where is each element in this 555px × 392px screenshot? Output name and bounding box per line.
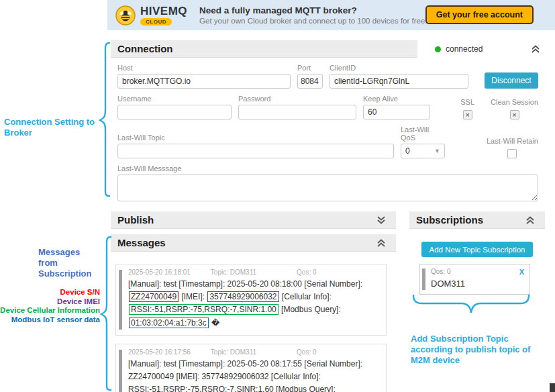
annotation-connection-setting: Connection Setting to Broker: [4, 117, 105, 138]
last-will-retain-checkbox[interactable]: [507, 149, 517, 158]
brand-name: HIVEMQ: [140, 5, 187, 17]
message-topic: Topic: DOM311: [211, 348, 256, 356]
connection-title: Connection: [117, 43, 173, 54]
message-header: 2025-05-20 16:18:01 Topic: DOM311 Qos: 0: [128, 268, 381, 276]
messages-list: 2025-05-20 16:18:01 Topic: DOM311 Qos: 0…: [111, 256, 396, 392]
last-will-message-label: Last-Will Messsage: [117, 164, 538, 173]
clientid-input[interactable]: [330, 74, 468, 89]
annotation-device-imei: Device IMEI: [0, 297, 100, 306]
password-input[interactable]: [238, 105, 356, 119]
subscriptions-title: Subscriptions: [416, 214, 483, 226]
subscription-item-header: Qos: 0 X: [431, 268, 524, 276]
banner-text: Need a fully managed MQTT broker? Get yo…: [199, 5, 427, 25]
keep-alive-input[interactable]: [363, 105, 430, 119]
serial-number-highlight: ZZ24700049: [129, 291, 179, 302]
clean-session-checkbox-mark: ×: [512, 111, 516, 119]
last-will-topic-label: Last-Will Topic: [117, 134, 394, 142]
clean-session-checkbox[interactable]: ×: [510, 110, 519, 119]
connected-status-label: connected: [446, 44, 483, 54]
disconnect-button[interactable]: Disconnect: [485, 72, 538, 89]
connection-annotation-brace: [98, 42, 111, 197]
subscription-accent-bar: [422, 268, 425, 290]
payload-text: [IMEI]:: [179, 292, 207, 301]
payload-text: �: [209, 318, 220, 328]
subscriptions-panel: Add New Topic Subscription Qos: 0 X DOM3…: [409, 229, 545, 295]
clean-session-label: Clean Session: [491, 98, 538, 106]
cellular-info-highlight: RSSI:-51,RSRP:-75,RSRQ:-7,SINR:1.00: [129, 304, 279, 315]
message-timestamp: 2025-05-20 16:17:56: [128, 348, 191, 356]
message-header: 2025-05-20 16:17:56 Topic: DOM311 Qos: 0: [128, 348, 381, 356]
username-label: Username: [117, 95, 232, 103]
last-will-qos-value: 0: [405, 146, 410, 156]
clientid-label: ClientID: [330, 64, 468, 72]
hivemq-banner: HIVEMQ CLOUD Need a fully managed MQTT b…: [107, 0, 555, 30]
annotation-add-subscription-topic: Add Subscription Topic according to publ…: [411, 334, 552, 366]
message-accent-bar: [119, 350, 122, 392]
message-payload: [Manual]: test [Timestamp]: 2025-05-20 0…: [128, 278, 381, 330]
imei-highlight: 357748929006032: [207, 291, 279, 302]
connection-row-1: Host Port ClientID Disconnect: [117, 64, 538, 89]
last-will-retain-label: Last-Will Retain: [487, 137, 538, 145]
host-label: Host: [117, 64, 291, 72]
modbus-query-highlight: 01:03:02:04:a1:7b:3c: [129, 317, 209, 328]
messages-annotation-brace: [99, 236, 113, 391]
messages-header: Messages: [111, 234, 396, 252]
payload-text: [Cellular Info]:: [280, 292, 332, 301]
add-subscription-button[interactable]: Add New Topic Subscription: [421, 242, 533, 257]
clean-session-group: Clean Session ×: [491, 98, 538, 119]
connection-panel: Connection connected Host Port ClientID: [111, 40, 545, 201]
subscription-qos: Qos: 0: [431, 268, 450, 276]
messages-collapse-icon[interactable]: [376, 238, 387, 248]
brand-sub-badge: CLOUD: [140, 18, 172, 26]
payload-text: [Manual]: test [Timestamp]: 2025-05-20 0…: [128, 279, 362, 289]
last-will-qos-label: Last-Will QoS: [401, 126, 445, 142]
ssl-checkbox-mark: ×: [465, 111, 469, 119]
subscriptions-header: Subscriptions: [409, 211, 545, 229]
banner-headline: Need a fully managed MQTT broker?: [199, 5, 427, 15]
last-will-retain-group: Last-Will Retain: [487, 137, 538, 158]
subscriptions-annotation-brace: [411, 294, 532, 317]
screen: HIVEMQ CLOUD Need a fully managed MQTT b…: [0, 0, 555, 392]
ssl-checkbox[interactable]: ×: [463, 110, 472, 119]
connection-status: connected: [417, 40, 545, 58]
last-will-qos-select[interactable]: 0 ▼: [401, 144, 445, 158]
hivemq-logo: HIVEMQ CLOUD: [115, 5, 187, 26]
message-card: 2025-05-20 16:18:01 Topic: DOM311 Qos: 0…: [115, 264, 387, 336]
host-input[interactable]: [117, 74, 291, 89]
annotation-modbus-data: Modbus IoT sensor data: [0, 315, 100, 324]
message-payload: [Manual]: test [Timestamp]: 2025-05-20 0…: [128, 358, 381, 392]
message-qos: Qos: 0: [297, 268, 316, 276]
last-will-topic-input[interactable]: [117, 144, 394, 158]
publish-expand-icon[interactable]: [376, 215, 387, 225]
messages-title: Messages: [117, 237, 166, 248]
connection-row-3: Last-Will Topic Last-Will QoS 0 ▼ Last-W…: [117, 126, 538, 158]
username-input[interactable]: [117, 105, 232, 119]
banner-subheadline: Get your own Cloud broker and connect up…: [199, 17, 427, 25]
publish-title: Publish: [117, 214, 154, 226]
annotation-messages-from-subscription: Messages from Subscription: [38, 247, 100, 279]
port-label: Port: [297, 64, 323, 72]
keep-alive-label: Keep Alive: [363, 95, 430, 103]
message-timestamp: 2025-05-20 16:18:01: [128, 268, 191, 276]
message-topic: Topic: DOM311: [211, 268, 256, 276]
message-qos: Qos: 0: [297, 348, 316, 356]
ssl-group: SSL ×: [460, 98, 474, 119]
connection-row-2: Username Password Keep Alive SSL × Clean…: [117, 95, 538, 119]
chevron-down-icon: ▼: [434, 148, 440, 154]
screen-corner-artifact: [550, 383, 555, 392]
annotation-device-cellular: Device Cellular Information: [0, 305, 100, 315]
message-card: 2025-05-20 16:17:56 Topic: DOM311 Qos: 0…: [115, 344, 387, 392]
connection-collapse-icon[interactable]: [530, 44, 541, 54]
publish-header: Publish: [111, 211, 396, 229]
brand-text: HIVEMQ CLOUD: [140, 5, 187, 26]
get-free-account-button[interactable]: Get your free account: [425, 5, 534, 24]
ssl-label: SSL: [460, 98, 474, 106]
annotation-device-serial: Device S/N: [0, 287, 100, 297]
port-input[interactable]: [297, 74, 323, 89]
subscription-topic: DOM311: [431, 279, 524, 289]
connection-row-4: Last-Will Messsage: [117, 164, 538, 201]
connected-status-dot: [435, 46, 441, 52]
subscriptions-collapse-icon[interactable]: [525, 215, 536, 225]
remove-subscription-button[interactable]: X: [519, 268, 524, 276]
last-will-message-textarea[interactable]: [117, 175, 538, 201]
